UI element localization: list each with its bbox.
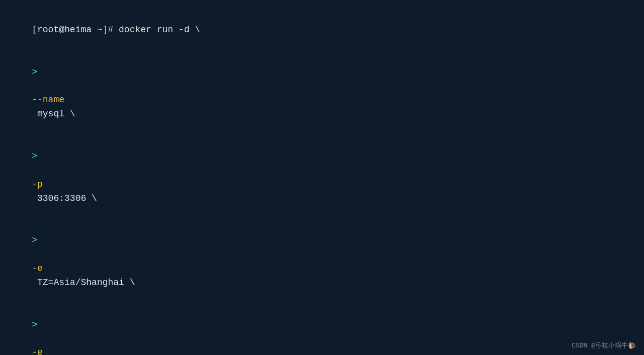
terminal-line: > -e MYSQL_ROOT_PASSWORD=123 \: [10, 304, 634, 355]
prompt-gt: >: [32, 235, 37, 245]
terminal-window: [root@heima ~]# docker run -d \ > --name…: [0, 0, 644, 355]
prompt-gt: >: [32, 151, 37, 161]
line-text: TZ=Asia/Shanghai \: [32, 277, 135, 288]
terminal-line: > -e TZ=Asia/Shanghai \: [10, 220, 634, 304]
flag-text: -e: [32, 263, 43, 273]
line-text: 3306:3306 \: [32, 193, 97, 203]
flag-text: --name: [32, 95, 64, 105]
line-text: [32, 81, 53, 91]
flag-text: -e: [32, 347, 43, 355]
prompt-gt: >: [32, 67, 37, 77]
line-text: [root@heima ~]# docker run -d \: [32, 25, 200, 35]
flag-text: -p: [32, 179, 43, 189]
line-text: mysql \: [32, 109, 75, 119]
watermark: CSDN @弓枝小蜗牛🐌: [572, 341, 636, 350]
terminal-line: > --name mysql \: [10, 51, 634, 135]
line-text: [32, 333, 53, 343]
terminal-line: > -p 3306:3306 \: [10, 135, 634, 220]
terminal-line: [root@heima ~]# docker run -d \: [10, 9, 634, 51]
line-text: [32, 249, 53, 259]
prompt-gt: >: [32, 320, 37, 330]
line-text: [32, 165, 53, 175]
